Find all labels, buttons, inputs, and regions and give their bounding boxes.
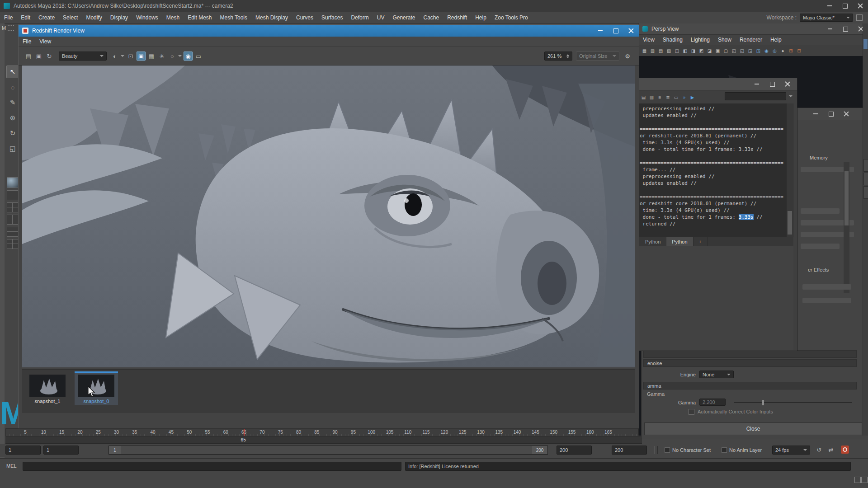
render-view-titlebar[interactable]: Redshift Render View	[19, 25, 639, 37]
render-region-icon[interactable]: ▣	[137, 52, 146, 61]
select-tool-icon[interactable]: ↖	[6, 66, 19, 78]
playback-options-icon[interactable]: ⇄	[826, 445, 835, 454]
section-header[interactable]	[643, 350, 857, 358]
maya-menu-edit[interactable]: Edit	[17, 14, 34, 21]
sidebar-tab-icon[interactable]	[863, 159, 868, 172]
persp-menu-view[interactable]: View	[639, 37, 659, 43]
maya-menu-modify[interactable]: Modify	[82, 14, 106, 21]
slider-handle[interactable]	[762, 400, 764, 405]
persp-safe-title-icon[interactable]: ◨	[689, 47, 697, 54]
maya-menu-redshift[interactable]: Redshift	[443, 14, 471, 21]
zoom-spinner[interactable]	[566, 54, 569, 58]
gamma-section-header[interactable]: amma	[643, 382, 857, 389]
render-pass-dropdown[interactable]: Beauty	[59, 52, 107, 61]
sidebar-tab-icon[interactable]	[863, 186, 868, 199]
snapshot-snapshot_0[interactable]: snapshot_0	[75, 371, 118, 405]
save-image-icon[interactable]: ▤	[24, 52, 33, 61]
settings-minimize-button[interactable]	[808, 108, 823, 120]
autokey-icon[interactable]	[841, 446, 849, 454]
persp-isolate-select-icon[interactable]: ●	[779, 47, 787, 54]
maya-menu-help[interactable]: Help	[471, 14, 491, 21]
snapshot-thumbnail[interactable]	[29, 375, 66, 397]
maya-menu-create[interactable]: Create	[34, 14, 59, 21]
layout-outliner-pane-icon[interactable]	[7, 239, 19, 249]
playback-start-field[interactable]: 1	[43, 446, 79, 455]
script-minimize-button[interactable]	[749, 78, 764, 90]
workspace-grid-icon[interactable]	[856, 14, 863, 21]
persp-menu-shading[interactable]: Shading	[659, 37, 687, 43]
snapshot-snapshot_1[interactable]: snapshot_1	[26, 371, 69, 405]
display-mode-icon-dropdown[interactable]	[121, 55, 124, 57]
maya-menu-select[interactable]: Select	[59, 14, 82, 21]
persp-maximize-button[interactable]	[838, 23, 853, 34]
line-numbers-icon[interactable]: ≡	[656, 94, 664, 101]
scrollbar-thumb[interactable]	[788, 211, 792, 235]
persp-gate-mask-icon[interactable]: ▧	[665, 47, 673, 54]
auto-correct-checkbox[interactable]	[689, 409, 694, 415]
history-icon[interactable]: ▤	[640, 94, 647, 101]
rotate-tool-icon[interactable]: ↻	[6, 127, 19, 140]
script-output-scrollbar[interactable]	[787, 103, 793, 237]
workspace-selector[interactable]: Maya Classic*	[800, 14, 853, 22]
persp-menu-renderer[interactable]: Renderer	[736, 37, 766, 43]
persp-field-chart-icon[interactable]: ◫	[673, 47, 681, 54]
maya-menu-file[interactable]: File	[0, 14, 17, 21]
gamma-slider[interactable]	[734, 402, 852, 403]
scale-tool-icon[interactable]: ◱	[6, 142, 19, 155]
fps-dropdown[interactable]: 24 fps	[772, 446, 810, 455]
persp-xray-icon[interactable]: ◱	[738, 47, 746, 54]
settings-maximize-button[interactable]	[823, 108, 839, 120]
layout-two-pane-icon[interactable]	[7, 215, 19, 225]
persp-grid-icon[interactable]: ▦	[641, 47, 648, 54]
snapshot-icon[interactable]: ▣	[34, 52, 43, 61]
rv-menu-file[interactable]: File	[19, 38, 35, 45]
persp-ao-icon[interactable]: ▢	[722, 47, 730, 54]
maximize-button[interactable]	[837, 0, 853, 12]
anim-layer-menu[interactable]: No Anim Layer	[722, 446, 762, 455]
maya-menu-curves[interactable]: Curves	[292, 14, 317, 21]
maya-menu-generate[interactable]: Generate	[388, 14, 419, 21]
sidebar-attribute-editor-icon[interactable]	[863, 39, 868, 49]
layout-four-pane-icon[interactable]	[7, 202, 19, 212]
persp-film-gate-icon[interactable]: ▥	[649, 47, 656, 54]
persp-aa-icon[interactable]: ◰	[730, 47, 738, 54]
persp-camera-icon[interactable]: ◩	[698, 47, 705, 54]
crop-region-icon[interactable]: ⊡	[126, 52, 135, 61]
persp-capture-icon[interactable]: ⊟	[795, 47, 803, 54]
persp-menu-lighting[interactable]: Lighting	[687, 37, 714, 43]
maya-menu-windows[interactable]: Windows	[132, 14, 162, 21]
rv-menu-view[interactable]: View	[35, 38, 55, 45]
paint-select-tool-icon[interactable]: ✎	[6, 96, 19, 109]
maya-menu-edit-mesh[interactable]: Edit Mesh	[184, 14, 216, 21]
close-button[interactable]	[853, 0, 868, 12]
persp-safe-action-icon[interactable]: ◧	[681, 47, 689, 54]
zoom-level-field[interactable]: 261 %	[544, 52, 572, 61]
maya-menu-display[interactable]: Display	[106, 14, 132, 21]
maya-menu-uv[interactable]: UV	[373, 14, 389, 21]
render-sphere-icon[interactable]	[7, 177, 19, 188]
maya-menu-deform[interactable]: Deform	[347, 14, 373, 21]
layout-split-pane-icon[interactable]	[7, 227, 19, 237]
persp-shadows-icon[interactable]: ▣	[714, 47, 722, 54]
render-view-minimize-button[interactable]	[593, 25, 608, 37]
clear-history-icon[interactable]: ▭	[672, 94, 680, 101]
ipr-falloff-icon[interactable]: ○	[168, 52, 177, 61]
settings-scrollbar[interactable]	[844, 162, 849, 293]
render-view-maximize-button[interactable]	[608, 25, 623, 37]
ipr-falloff-icon-dropdown[interactable]	[178, 55, 182, 57]
display-mode-icon[interactable]: ◐	[110, 52, 119, 61]
echo-commands-icon[interactable]: ▥	[648, 94, 656, 101]
denoise-section-header[interactable]: enoise	[643, 359, 857, 367]
mel-command-input[interactable]	[23, 462, 401, 471]
mel-label[interactable]: MEL	[6, 463, 17, 469]
persp-menu-help[interactable]: Help	[766, 37, 786, 43]
range-slider-max-handle[interactable]: 200	[532, 446, 547, 454]
layout-single-pane-icon[interactable]	[7, 190, 19, 200]
persp-menu-show[interactable]: Show	[714, 37, 736, 43]
range-slider-track[interactable]	[121, 446, 532, 454]
animation-start-field[interactable]: 1	[5, 446, 41, 455]
move-tool-icon[interactable]: ⊕	[6, 112, 19, 124]
playback-loop-icon[interactable]: ↺	[815, 445, 824, 454]
persp-resolution-gate-icon[interactable]: ▤	[657, 47, 665, 54]
execute-all-icon[interactable]: »	[680, 94, 688, 101]
